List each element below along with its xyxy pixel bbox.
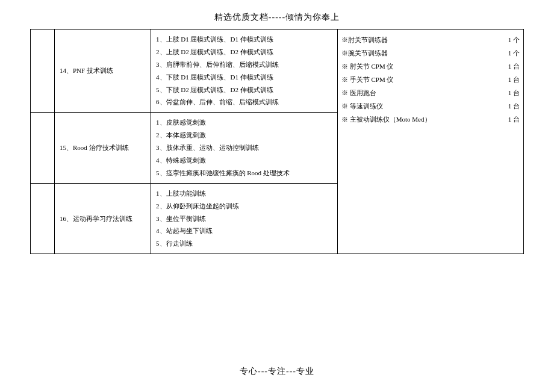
page-header: 精选优质文档-----倾情为你奉上 [30, 12, 524, 23]
row-items: 1、皮肤感觉刺激 2、本体感觉刺激 3、肢体承重、运动、运动控制训练 4、特殊感… [151, 113, 338, 183]
equip-label: ※ 等速训练仪 [341, 99, 383, 113]
equip-qty: 1 台 [502, 86, 520, 99]
equip-qty: 1 台 [502, 113, 520, 126]
list-item: 5、下肢 D2 屈模式训练、D2 伸模式训练 [156, 84, 332, 96]
list-item: 1、上肢功能训练 [156, 187, 332, 200]
equipment-item: ※ 手关节 CPM 仪 1 台 [341, 73, 520, 86]
list-item: 5、行走训练 [156, 237, 332, 250]
equipment-item: ※腕关节训练器 1 个 [341, 46, 520, 60]
row-title: 15、Rood 治疗技术训练 [55, 113, 151, 183]
equipment-item: ※ 肘关节 CPM 仪 1 台 [341, 60, 520, 73]
equipment-item: ※ 医用跑台 1 台 [341, 86, 520, 99]
equip-label: ※ 手关节 CPM 仪 [341, 73, 394, 86]
equipment-cell: ※肘关节训练器 1 个 ※腕关节训练器 1 个 ※ 肘关节 CPM 仪 1 台 … [338, 30, 524, 254]
equip-label: ※ 医用跑台 [341, 86, 376, 99]
equip-qty: 1 个 [502, 33, 520, 46]
list-item: 1、上肢 D1 屈模式训练、D1 伸模式训练 [156, 33, 332, 46]
list-item: 3、肩胛带前伸、后伸前缩、后缩模式训练 [156, 58, 332, 71]
equip-label: ※腕关节训练器 [341, 46, 388, 60]
row-title: 14、PNF 技术训练 [55, 30, 151, 113]
list-item: 1、皮肤感觉刺激 [156, 116, 332, 129]
equipment-item: ※ 等速训练仪 1 台 [341, 99, 520, 113]
equipment-item: ※肘关节训练器 1 个 [341, 33, 520, 46]
list-item: 3、肢体承重、运动、运动控制训练 [156, 142, 332, 154]
list-item: 4、站起与坐下训练 [156, 225, 332, 237]
equipment-item: ※ 主被动训练仪（Moto Med） 1 台 [341, 113, 520, 126]
training-table: 14、PNF 技术训练 1、上肢 D1 屈模式训练、D1 伸模式训练 2、上肢 … [30, 29, 524, 254]
table-row: 14、PNF 技术训练 1、上肢 D1 屈模式训练、D1 伸模式训练 2、上肢 … [31, 30, 524, 113]
row-items: 1、上肢功能训练 2、从仰卧到床边坐起的训练 3、坐位平衡训练 4、站起与坐下训… [151, 183, 338, 254]
equip-label: ※ 主被动训练仪（Moto Med） [341, 113, 431, 126]
page-footer: 专心---专注---专业 [0, 366, 554, 377]
list-item: 5、痉挛性瘫痪和弛缓性瘫痪的 Rood 处理技术 [156, 167, 332, 179]
equip-qty: 1 个 [502, 46, 520, 60]
list-item: 6、骨盆前伸、后伸、前缩、后缩模式训练 [156, 96, 332, 108]
empty-cell [31, 113, 55, 183]
row-title: 16、运动再学习疗法训练 [55, 183, 151, 254]
list-item: 3、坐位平衡训练 [156, 213, 332, 225]
empty-cell [31, 30, 55, 113]
equip-label: ※ 肘关节 CPM 仪 [341, 60, 394, 73]
equip-qty: 1 台 [502, 99, 520, 113]
equip-qty: 1 台 [502, 73, 520, 86]
empty-cell [31, 183, 55, 254]
list-item: 4、特殊感觉刺激 [156, 154, 332, 167]
list-item: 2、上肢 D2 屈模式训练、D2 伸模式训练 [156, 46, 332, 58]
equip-label: ※肘关节训练器 [341, 33, 388, 46]
list-item: 2、从仰卧到床边坐起的训练 [156, 200, 332, 213]
list-item: 2、本体感觉刺激 [156, 129, 332, 142]
list-item: 4、下肢 D1 屈模式训练、D1 伸模式训练 [156, 71, 332, 84]
equip-qty: 1 台 [502, 60, 520, 73]
row-items: 1、上肢 D1 屈模式训练、D1 伸模式训练 2、上肢 D2 屈模式训练、D2 … [151, 30, 338, 113]
